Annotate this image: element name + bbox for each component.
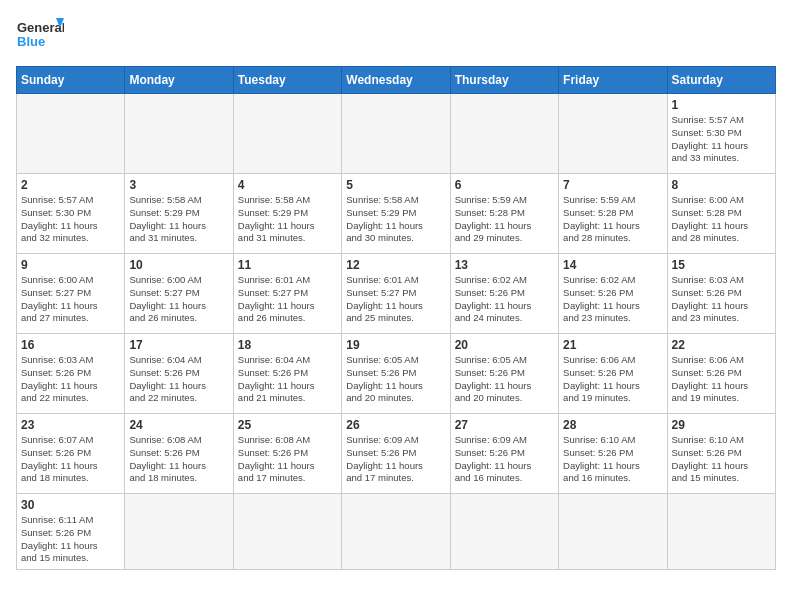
weekday-header: Monday	[125, 67, 233, 94]
day-info: Sunrise: 6:01 AM Sunset: 5:27 PM Dayligh…	[238, 274, 337, 325]
day-number: 28	[563, 418, 662, 432]
calendar: SundayMondayTuesdayWednesdayThursdayFrid…	[16, 66, 776, 570]
calendar-day: 13Sunrise: 6:02 AM Sunset: 5:26 PM Dayli…	[450, 254, 558, 334]
svg-text:General: General	[17, 20, 64, 35]
day-info: Sunrise: 6:04 AM Sunset: 5:26 PM Dayligh…	[238, 354, 337, 405]
day-info: Sunrise: 5:57 AM Sunset: 5:30 PM Dayligh…	[21, 194, 120, 245]
calendar-day: 24Sunrise: 6:08 AM Sunset: 5:26 PM Dayli…	[125, 414, 233, 494]
empty-day	[125, 494, 233, 570]
calendar-day: 19Sunrise: 6:05 AM Sunset: 5:26 PM Dayli…	[342, 334, 450, 414]
day-info: Sunrise: 6:02 AM Sunset: 5:26 PM Dayligh…	[563, 274, 662, 325]
empty-day	[17, 94, 125, 174]
calendar-day: 25Sunrise: 6:08 AM Sunset: 5:26 PM Dayli…	[233, 414, 341, 494]
weekday-header: Tuesday	[233, 67, 341, 94]
day-info: Sunrise: 6:10 AM Sunset: 5:26 PM Dayligh…	[672, 434, 771, 485]
empty-day	[125, 94, 233, 174]
day-number: 4	[238, 178, 337, 192]
day-info: Sunrise: 6:05 AM Sunset: 5:26 PM Dayligh…	[346, 354, 445, 405]
day-info: Sunrise: 5:57 AM Sunset: 5:30 PM Dayligh…	[672, 114, 771, 165]
day-number: 1	[672, 98, 771, 112]
day-number: 20	[455, 338, 554, 352]
day-number: 22	[672, 338, 771, 352]
day-number: 11	[238, 258, 337, 272]
day-number: 18	[238, 338, 337, 352]
day-number: 30	[21, 498, 120, 512]
calendar-day: 27Sunrise: 6:09 AM Sunset: 5:26 PM Dayli…	[450, 414, 558, 494]
day-number: 26	[346, 418, 445, 432]
empty-day	[342, 494, 450, 570]
day-info: Sunrise: 6:00 AM Sunset: 5:27 PM Dayligh…	[129, 274, 228, 325]
calendar-day: 2Sunrise: 5:57 AM Sunset: 5:30 PM Daylig…	[17, 174, 125, 254]
calendar-day: 21Sunrise: 6:06 AM Sunset: 5:26 PM Dayli…	[559, 334, 667, 414]
svg-text:Blue: Blue	[17, 34, 45, 49]
weekday-header: Thursday	[450, 67, 558, 94]
calendar-day: 5Sunrise: 5:58 AM Sunset: 5:29 PM Daylig…	[342, 174, 450, 254]
day-number: 25	[238, 418, 337, 432]
day-number: 6	[455, 178, 554, 192]
day-number: 3	[129, 178, 228, 192]
day-info: Sunrise: 6:06 AM Sunset: 5:26 PM Dayligh…	[563, 354, 662, 405]
calendar-day: 15Sunrise: 6:03 AM Sunset: 5:26 PM Dayli…	[667, 254, 775, 334]
day-info: Sunrise: 6:06 AM Sunset: 5:26 PM Dayligh…	[672, 354, 771, 405]
day-info: Sunrise: 6:05 AM Sunset: 5:26 PM Dayligh…	[455, 354, 554, 405]
day-info: Sunrise: 6:01 AM Sunset: 5:27 PM Dayligh…	[346, 274, 445, 325]
empty-day	[342, 94, 450, 174]
day-number: 10	[129, 258, 228, 272]
calendar-day: 12Sunrise: 6:01 AM Sunset: 5:27 PM Dayli…	[342, 254, 450, 334]
day-number: 29	[672, 418, 771, 432]
day-number: 9	[21, 258, 120, 272]
day-info: Sunrise: 5:59 AM Sunset: 5:28 PM Dayligh…	[455, 194, 554, 245]
day-number: 13	[455, 258, 554, 272]
day-number: 8	[672, 178, 771, 192]
logo-icon: General Blue	[16, 16, 64, 54]
empty-day	[450, 494, 558, 570]
day-info: Sunrise: 6:03 AM Sunset: 5:26 PM Dayligh…	[21, 354, 120, 405]
day-info: Sunrise: 6:04 AM Sunset: 5:26 PM Dayligh…	[129, 354, 228, 405]
day-info: Sunrise: 5:59 AM Sunset: 5:28 PM Dayligh…	[563, 194, 662, 245]
day-number: 24	[129, 418, 228, 432]
day-info: Sunrise: 6:08 AM Sunset: 5:26 PM Dayligh…	[238, 434, 337, 485]
calendar-day: 16Sunrise: 6:03 AM Sunset: 5:26 PM Dayli…	[17, 334, 125, 414]
calendar-day: 23Sunrise: 6:07 AM Sunset: 5:26 PM Dayli…	[17, 414, 125, 494]
day-info: Sunrise: 6:00 AM Sunset: 5:27 PM Dayligh…	[21, 274, 120, 325]
empty-day	[233, 494, 341, 570]
calendar-day: 6Sunrise: 5:59 AM Sunset: 5:28 PM Daylig…	[450, 174, 558, 254]
calendar-day: 8Sunrise: 6:00 AM Sunset: 5:28 PM Daylig…	[667, 174, 775, 254]
empty-day	[559, 494, 667, 570]
day-number: 16	[21, 338, 120, 352]
empty-day	[559, 94, 667, 174]
day-number: 21	[563, 338, 662, 352]
logo: General Blue	[16, 16, 64, 54]
calendar-day: 22Sunrise: 6:06 AM Sunset: 5:26 PM Dayli…	[667, 334, 775, 414]
calendar-day: 30Sunrise: 6:11 AM Sunset: 5:26 PM Dayli…	[17, 494, 125, 570]
day-info: Sunrise: 6:09 AM Sunset: 5:26 PM Dayligh…	[455, 434, 554, 485]
day-info: Sunrise: 6:08 AM Sunset: 5:26 PM Dayligh…	[129, 434, 228, 485]
day-info: Sunrise: 6:10 AM Sunset: 5:26 PM Dayligh…	[563, 434, 662, 485]
day-number: 27	[455, 418, 554, 432]
page-header: General Blue	[16, 16, 776, 54]
calendar-day: 9Sunrise: 6:00 AM Sunset: 5:27 PM Daylig…	[17, 254, 125, 334]
calendar-day: 10Sunrise: 6:00 AM Sunset: 5:27 PM Dayli…	[125, 254, 233, 334]
day-info: Sunrise: 5:58 AM Sunset: 5:29 PM Dayligh…	[129, 194, 228, 245]
day-number: 5	[346, 178, 445, 192]
calendar-day: 7Sunrise: 5:59 AM Sunset: 5:28 PM Daylig…	[559, 174, 667, 254]
day-number: 7	[563, 178, 662, 192]
weekday-header: Friday	[559, 67, 667, 94]
empty-day	[233, 94, 341, 174]
day-info: Sunrise: 5:58 AM Sunset: 5:29 PM Dayligh…	[346, 194, 445, 245]
calendar-day: 18Sunrise: 6:04 AM Sunset: 5:26 PM Dayli…	[233, 334, 341, 414]
calendar-day: 3Sunrise: 5:58 AM Sunset: 5:29 PM Daylig…	[125, 174, 233, 254]
calendar-day: 20Sunrise: 6:05 AM Sunset: 5:26 PM Dayli…	[450, 334, 558, 414]
weekday-header: Sunday	[17, 67, 125, 94]
day-number: 15	[672, 258, 771, 272]
calendar-day: 28Sunrise: 6:10 AM Sunset: 5:26 PM Dayli…	[559, 414, 667, 494]
day-info: Sunrise: 6:00 AM Sunset: 5:28 PM Dayligh…	[672, 194, 771, 245]
calendar-day: 14Sunrise: 6:02 AM Sunset: 5:26 PM Dayli…	[559, 254, 667, 334]
day-info: Sunrise: 6:03 AM Sunset: 5:26 PM Dayligh…	[672, 274, 771, 325]
weekday-header: Wednesday	[342, 67, 450, 94]
calendar-day: 4Sunrise: 5:58 AM Sunset: 5:29 PM Daylig…	[233, 174, 341, 254]
day-number: 19	[346, 338, 445, 352]
day-number: 17	[129, 338, 228, 352]
calendar-day: 17Sunrise: 6:04 AM Sunset: 5:26 PM Dayli…	[125, 334, 233, 414]
day-number: 23	[21, 418, 120, 432]
